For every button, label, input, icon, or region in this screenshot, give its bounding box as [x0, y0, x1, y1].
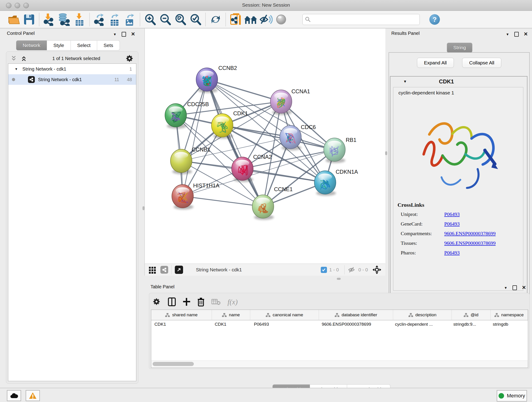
- node-CDKN1A[interactable]: CDKN1A: [314, 169, 358, 196]
- column-header-label: canonical name: [273, 313, 303, 317]
- control-panel-tabs: NetworkStyleSelectSets: [16, 40, 120, 51]
- edge-CCNB2-CCNA1[interactable]: [207, 80, 281, 102]
- scrollbar-thumb[interactable]: [152, 362, 194, 366]
- node-CCNB1[interactable]: CCNB1: [171, 147, 210, 174]
- left-splitter-handle[interactable]: [143, 206, 145, 210]
- tab-sets[interactable]: Sets: [97, 40, 120, 51]
- collapse-all-button[interactable]: Collapse All: [462, 58, 501, 68]
- zoom-out-button[interactable]: [158, 12, 173, 27]
- help-button[interactable]: ?: [429, 14, 440, 25]
- string-home-button[interactable]: [243, 12, 259, 27]
- panel-float-button[interactable]: [513, 285, 517, 290]
- import-network-file-button[interactable]: [42, 12, 57, 27]
- node-CCNE1[interactable]: CCNE1: [252, 186, 293, 220]
- crosslink-link[interactable]: P06493: [444, 250, 460, 256]
- panel-menu-caret[interactable]: ▼: [113, 32, 117, 36]
- panel-menu-caret[interactable]: ▼: [504, 286, 507, 290]
- panel-close-button[interactable]: ✕: [524, 31, 528, 37]
- network-canvas[interactable]: CCNB2CCNA1CDC25BCDK1CDC6RB1CCNB1CCNA2CDK…: [145, 28, 385, 264]
- network-row[interactable]: String Network - cdk1 11 48: [8, 74, 136, 85]
- crosslink-link[interactable]: 9606.ENSP00000378699: [444, 240, 496, 246]
- node-CDC6[interactable]: CDC6: [280, 124, 316, 150]
- zoom-fit-button[interactable]: [173, 12, 188, 27]
- column-header-namespace[interactable]: namespace: [491, 310, 528, 320]
- column-header-shared-name[interactable]: shared name: [151, 310, 212, 320]
- node-table[interactable]: shared namenamecanonical namedatabase id…: [151, 310, 528, 361]
- table-mode-gear-icon[interactable]: [152, 298, 161, 306]
- network-thumbnail-icon[interactable]: [160, 266, 168, 274]
- hidden-items-eye-icon[interactable]: [348, 266, 356, 273]
- warnings-button[interactable]: [26, 390, 40, 401]
- crosslink-link[interactable]: P06493: [444, 221, 460, 227]
- refresh-arrows-icon: [209, 13, 222, 26]
- edge-HIST1H1A-CCNE1[interactable]: [183, 196, 263, 206]
- zoom-in-button[interactable]: [143, 12, 158, 27]
- column-header-description[interactable]: description: [393, 310, 452, 320]
- tab-style[interactable]: Style: [47, 40, 71, 51]
- right-splitter-handle[interactable]: [385, 151, 387, 155]
- network-options-gear-icon[interactable]: [125, 54, 133, 63]
- table-cell: P06493: [251, 320, 318, 328]
- selected-items-checkbox-icon[interactable]: [321, 267, 327, 273]
- panel-float-button[interactable]: [514, 32, 519, 37]
- delete-column-icon[interactable]: [197, 297, 205, 306]
- network-from-selection-button[interactable]: [228, 12, 243, 27]
- column-header-canonical-name[interactable]: canonical name: [250, 310, 319, 320]
- show-columns-icon[interactable]: [168, 297, 176, 306]
- crosslink-link[interactable]: P06493: [444, 211, 460, 217]
- table-row[interactable]: CDK1CDK1P064939606.ENSP00000378699cyclin…: [151, 320, 528, 328]
- node-HIST1H1A[interactable]: HIST1H1A: [172, 182, 220, 210]
- edge-CCNB2-HIST1H1A[interactable]: [183, 80, 207, 196]
- search-icon: [305, 17, 310, 22]
- expand-all-button[interactable]: Expand All: [417, 58, 454, 68]
- import-network-icon: [43, 13, 56, 26]
- panel-float-button[interactable]: [122, 32, 126, 37]
- birdseye-navigator-icon[interactable]: [372, 265, 382, 274]
- toolbar-separator: [205, 13, 206, 26]
- panel-close-button[interactable]: ✕: [522, 285, 526, 291]
- node-CCNA2[interactable]: CCNA2: [232, 154, 272, 182]
- bottom-splitter-handle[interactable]: [337, 278, 341, 280]
- apply-layout-button[interactable]: [208, 12, 223, 27]
- warning-triangle-icon: [29, 392, 37, 399]
- grid-view-icon[interactable]: [148, 266, 156, 274]
- network-collection-row[interactable]: ▼ String Network - cdk1 1: [8, 64, 136, 74]
- crosslink-link[interactable]: 9606.ENSP00000378699: [444, 230, 496, 236]
- column-header-@id[interactable]: @id: [452, 310, 490, 320]
- panel-close-button[interactable]: ✕: [131, 31, 135, 37]
- node-CCNB2[interactable]: CCNB2: [196, 65, 237, 93]
- tab-string[interactable]: String: [447, 43, 473, 53]
- table-header-row: shared namenamecanonical namedatabase id…: [151, 310, 528, 320]
- tab-network[interactable]: Network: [16, 40, 47, 51]
- collapse-all-chevron-icon[interactable]: [10, 55, 17, 62]
- panel-menu-caret[interactable]: ▼: [506, 32, 509, 36]
- table-horizontal-scrollbar[interactable]: [151, 361, 528, 368]
- export-image-button[interactable]: [122, 12, 138, 27]
- memory-status-dot-icon: [499, 393, 504, 399]
- export-network-button[interactable]: [92, 12, 107, 27]
- protein-result-card: ▼ CDK1 cyclin-dependent kinase 1: [390, 76, 527, 294]
- save-session-button[interactable]: [22, 12, 37, 27]
- memory-button[interactable]: Memory: [497, 390, 527, 402]
- node-CCNA1[interactable]: CCNA1: [270, 88, 310, 115]
- search-field[interactable]: [302, 14, 420, 25]
- hide-glass-effect-button[interactable]: [259, 12, 273, 27]
- tab-select[interactable]: Select: [71, 40, 97, 51]
- automation-cloud-button[interactable]: [7, 390, 21, 401]
- column-header-name[interactable]: name: [212, 310, 250, 320]
- tree-expander-icon[interactable]: ▼: [15, 67, 18, 71]
- show-sphere-button[interactable]: [273, 12, 289, 27]
- open-session-button[interactable]: [6, 12, 22, 27]
- column-header-database-identifier[interactable]: database identifier: [319, 310, 393, 320]
- export-table-button[interactable]: [107, 12, 122, 27]
- zoom-selected-button[interactable]: [188, 12, 203, 27]
- create-column-icon[interactable]: [183, 298, 190, 306]
- collapse-triangle-icon[interactable]: ▼: [403, 80, 407, 84]
- node-RB1[interactable]: RB1: [324, 137, 356, 163]
- crosslink-label: Tissues:: [401, 240, 444, 246]
- import-network-database-button[interactable]: [57, 12, 72, 27]
- expand-all-chevron-icon[interactable]: [20, 55, 27, 62]
- import-table-button[interactable]: [72, 12, 87, 27]
- detach-view-icon[interactable]: [175, 266, 183, 274]
- search-input[interactable]: [312, 17, 417, 22]
